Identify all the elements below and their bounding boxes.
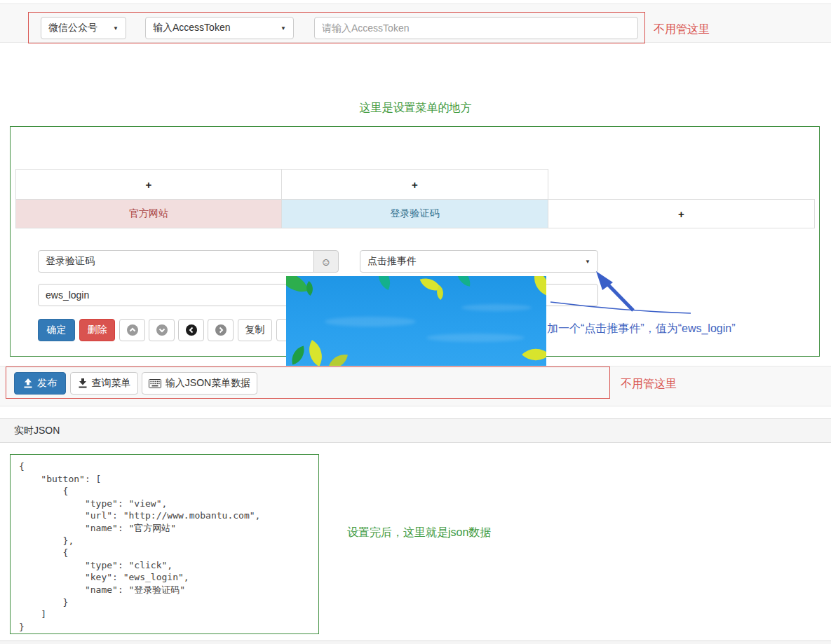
leaf-decoration — [286, 276, 309, 297]
smiley-icon: ☺ — [320, 256, 331, 268]
circle-arrow-down-icon — [156, 324, 168, 336]
click-event-annotation: 加一个“点击推事件”，值为“ews_login” — [547, 322, 735, 336]
leaf-decoration — [328, 352, 348, 366]
menu-area-heading: 这里是设置菜单的地方 — [0, 101, 831, 116]
add-menu-button[interactable]: + — [548, 199, 815, 228]
keyboard-icon — [149, 379, 161, 388]
confirm-button[interactable]: 确定 — [38, 319, 75, 341]
token-mode-select[interactable]: 输入AccessToken ▼ — [145, 17, 294, 39]
chevron-down-icon: ▼ — [585, 259, 590, 265]
input-json-label: 输入JSON菜单数据 — [165, 377, 250, 390]
top-toolbar: 微信公众号 ▼ 输入AccessToken ▼ 不用管这里 — [0, 4, 831, 43]
leaf-decoration — [302, 340, 329, 366]
circle-arrow-right-icon — [215, 324, 227, 336]
move-right-button[interactable] — [208, 319, 234, 341]
move-up-button[interactable] — [119, 319, 145, 341]
ignore-here-note-top: 不用管这里 — [654, 22, 710, 37]
publish-label: 发布 — [37, 377, 57, 390]
menu-name-input[interactable] — [38, 250, 314, 273]
ignore-here-note-bottom: 不用管这里 — [621, 377, 677, 392]
menu-event-value: 点击推事件 — [367, 255, 417, 268]
json-code-block: { "button": [ { "type": "view", "url": "… — [10, 454, 319, 634]
leaf-decoration — [289, 346, 308, 365]
publish-button[interactable]: 发布 — [14, 372, 66, 395]
emoji-picker-button[interactable]: ☺ — [313, 250, 339, 273]
input-json-button[interactable]: 输入JSON菜单数据 — [142, 372, 257, 395]
annotation-arrow-icon — [449, 268, 708, 318]
menu-key-input[interactable] — [38, 284, 314, 306]
add-submenu-button-2[interactable]: + — [281, 169, 548, 200]
leaf-decoration — [522, 341, 546, 366]
cloud-decoration — [325, 317, 416, 327]
add-submenu-button-1[interactable]: + — [15, 169, 282, 200]
circle-arrow-left-icon — [185, 324, 198, 336]
json-result-note: 设置完后，这里就是json数据 — [347, 526, 491, 540]
copy-button[interactable]: 复制 — [238, 319, 272, 341]
upload-icon — [23, 378, 33, 388]
publish-toolbar: 发布 查询菜单 输入JSON菜单数据 不用管这里 — [0, 366, 831, 406]
cloud-decoration — [426, 334, 525, 342]
leaf-decoration — [373, 276, 396, 290]
token-mode-value: 输入AccessToken — [153, 22, 230, 34]
chevron-down-icon: ▼ — [113, 25, 119, 32]
json-panel-title: 实时JSON — [14, 425, 60, 437]
json-panel-header: 实时JSON — [0, 418, 831, 443]
circle-arrow-up-icon — [126, 324, 139, 336]
access-token-input[interactable] — [314, 17, 638, 39]
wechat-menu-editor-page: 微信公众号 ▼ 输入AccessToken ▼ 不用管这里 这里是设置菜单的地方… — [0, 0, 831, 644]
query-menu-button[interactable]: 查询菜单 — [70, 372, 138, 395]
account-type-select[interactable]: 微信公众号 ▼ — [41, 17, 126, 39]
menu-item-login-captcha[interactable]: 登录验证码 — [281, 199, 548, 228]
delete-button[interactable]: 删除 — [79, 319, 115, 341]
chevron-down-icon: ▼ — [281, 25, 286, 32]
move-down-button[interactable] — [149, 319, 175, 341]
account-type-value: 微信公众号 — [48, 22, 97, 34]
footer-divider — [0, 640, 831, 644]
move-left-button[interactable] — [178, 319, 204, 341]
query-menu-label: 查询菜单 — [92, 377, 131, 390]
menu-item-official-site[interactable]: 官方网站 — [15, 199, 282, 228]
download-icon — [78, 378, 88, 388]
